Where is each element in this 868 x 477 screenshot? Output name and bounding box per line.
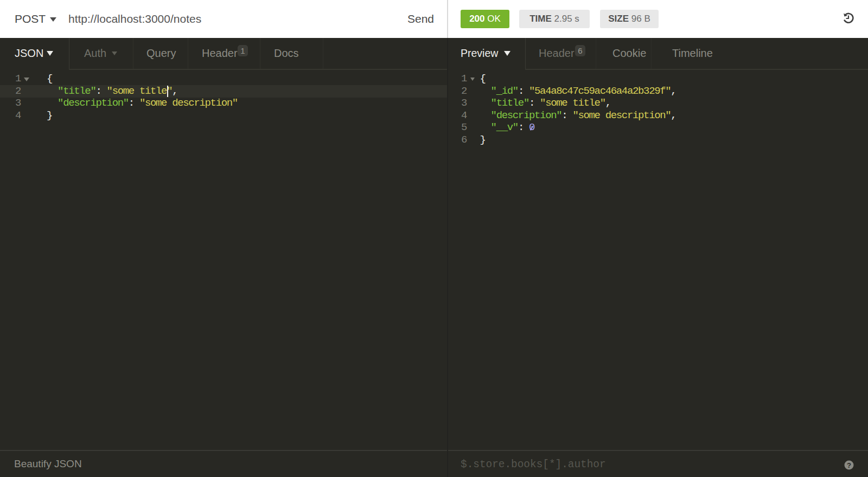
svg-text:?: ? bbox=[847, 461, 851, 469]
